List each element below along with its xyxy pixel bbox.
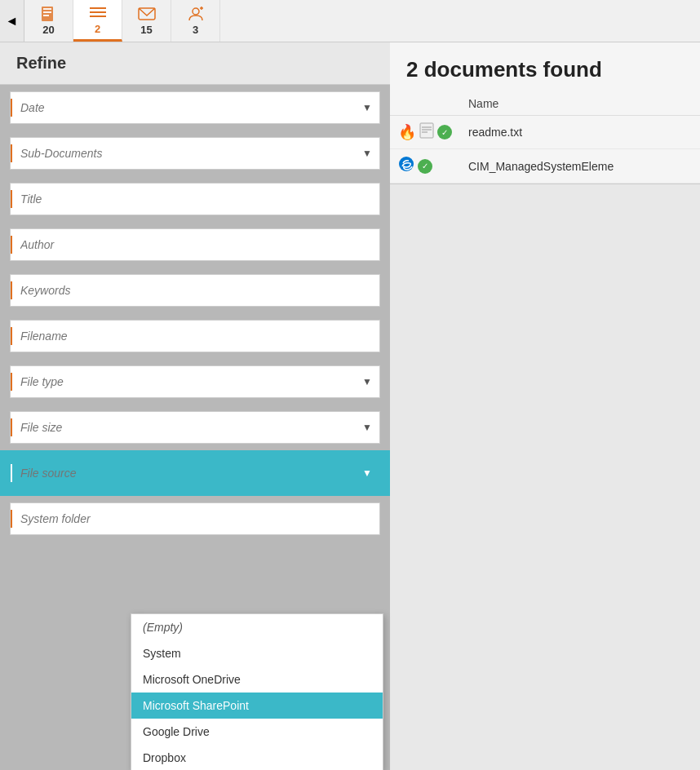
tab-email[interactable]: 15 [122,0,171,42]
results-summary: 2 documents found [390,42,700,92]
fire-icon: 🔥 [398,123,416,141]
sub-documents-input-wrapper[interactable]: ▼ [10,137,380,170]
author-input[interactable] [12,229,379,260]
author-input-wrapper[interactable] [10,228,380,261]
dropdown-option-system[interactable]: System [131,640,383,666]
date-dropdown-arrow[interactable]: ▼ [355,102,379,113]
tab-documents-count: 20 [42,24,54,36]
svg-rect-3 [43,15,49,16]
refine-panel: Refine ▼ ▼ [0,42,390,770]
field-file-source: ▼ [0,450,390,496]
field-date: ▼ [0,85,390,131]
field-author [0,222,390,268]
title-input[interactable] [12,184,379,215]
text-file-icon [419,122,434,142]
email-icon [137,6,157,22]
results-lower-area [390,184,700,770]
main-content: Refine ▼ ▼ [0,42,700,770]
refine-title: Refine [0,42,390,85]
dropdown-option-onedrive[interactable]: Microsoft OneDrive [131,666,383,693]
svg-rect-1 [43,8,51,10]
edge-icon [398,156,414,176]
row-readme-icons: 🔥 ✓ [390,116,460,149]
col-icons [390,92,460,116]
filename-input-wrapper[interactable] [10,320,380,352]
top-bar: ◄ 20 2 15 [0,0,700,42]
contacts-icon [186,6,206,22]
file-source-input-wrapper[interactable]: ▼ [10,457,380,489]
field-filename [0,313,390,359]
dropdown-option-dropbox[interactable]: Dropbox [131,745,383,770]
svg-rect-11 [420,123,433,138]
svg-rect-6 [90,15,106,17]
date-input[interactable] [12,92,355,123]
back-button[interactable]: ◄ [0,0,24,42]
file-type-input-wrapper[interactable]: ▼ [10,365,380,398]
file-source-dropdown-arrow[interactable]: ▼ [355,467,379,479]
status-ok-icon-2: ✓ [418,159,432,174]
tab-list[interactable]: 2 [73,0,122,42]
field-keywords [0,268,390,313]
row-readme-name: readme.txt [460,116,700,149]
dropdown-option-google-drive[interactable]: Google Drive [131,719,383,745]
file-size-input-wrapper[interactable]: ▼ [10,411,380,444]
tab-icons: 20 2 15 3 [24,0,700,42]
system-folder-input[interactable] [12,503,379,534]
date-input-wrapper[interactable]: ▼ [10,91,380,124]
row-cim-icons: ✓ [390,149,460,184]
tab-email-count: 15 [140,24,152,36]
table-row[interactable]: 🔥 ✓ [390,116,700,149]
tab-contacts[interactable]: 3 [171,0,220,42]
sub-documents-dropdown-arrow[interactable]: ▼ [355,148,379,159]
file-type-input[interactable] [12,366,355,397]
svg-rect-2 [43,11,51,13]
status-ok-icon: ✓ [437,125,452,139]
keywords-input-wrapper[interactable] [10,274,380,307]
tab-documents[interactable]: 20 [24,0,73,42]
dropdown-option-empty[interactable]: (Empty) [131,614,383,640]
file-source-dropdown: (Empty) System Microsoft OneDrive Micros… [131,613,383,770]
field-file-type: ▼ [0,359,390,405]
svg-point-8 [193,8,199,15]
system-folder-input-wrapper[interactable] [10,502,380,535]
filename-input[interactable] [12,321,379,352]
documents-icon [39,6,59,22]
table-row[interactable]: ✓ CIM_ManagedSystemEleme [390,149,700,184]
tab-contacts-count: 3 [193,24,198,36]
file-size-input[interactable] [12,412,355,443]
dropdown-option-sharepoint[interactable]: Microsoft SharePoint [131,693,383,719]
file-source-input[interactable] [12,458,355,489]
results-header-row: Name [390,92,700,116]
field-title [0,176,390,222]
results-panel: 2 documents found Name 🔥 [390,42,700,770]
col-name: Name [460,92,700,116]
title-input-wrapper[interactable] [10,183,380,215]
svg-rect-4 [90,7,106,9]
file-size-dropdown-arrow[interactable]: ▼ [355,422,379,433]
svg-rect-5 [90,11,106,13]
results-table: Name 🔥 [390,92,700,184]
field-sub-documents: ▼ [0,131,390,176]
row-cim-name: CIM_ManagedSystemEleme [460,149,700,184]
field-file-size: ▼ [0,405,390,450]
field-system-folder [0,496,390,542]
back-icon: ◄ [6,14,19,29]
list-icon [88,5,108,21]
keywords-input[interactable] [12,275,379,306]
sub-documents-input[interactable] [12,138,355,169]
file-type-dropdown-arrow[interactable]: ▼ [355,376,379,387]
tab-list-count: 2 [95,23,100,35]
